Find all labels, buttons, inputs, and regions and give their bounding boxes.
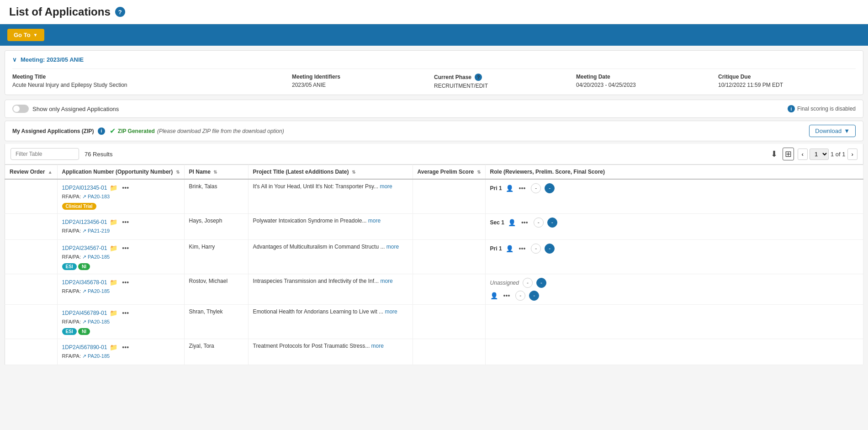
assigned-toggle[interactable]	[12, 105, 29, 113]
cell-pi-name: Shran, Thylek	[184, 305, 248, 339]
prelim-score-btn[interactable]: -	[534, 218, 544, 228]
page-header: List of Applications ?	[0, 0, 868, 24]
more-options-btn[interactable]: •••	[517, 184, 528, 193]
cell-review-order	[5, 274, 58, 305]
next-page-button[interactable]: ›	[847, 149, 857, 160]
meeting-critique-label: Critique Due	[718, 74, 856, 80]
page-select[interactable]: 1	[810, 149, 829, 160]
th-avg-score[interactable]: Average Prelim Score ⇅	[413, 165, 485, 180]
prelim-score-btn[interactable]: -	[531, 183, 541, 193]
download-table-icon[interactable]: ⬇	[769, 148, 779, 160]
rfa-link[interactable]: ↗ PA21-219	[82, 228, 110, 234]
help-icon[interactable]: ?	[115, 7, 125, 17]
badge-esi: ESI	[62, 328, 77, 335]
final-score-btn[interactable]: -	[547, 218, 557, 228]
more-options-btn[interactable]: •••	[517, 244, 528, 253]
cell-avg-score	[413, 179, 485, 214]
results-count: 76 Results	[85, 151, 112, 158]
download-button[interactable]: Download ▼	[809, 125, 856, 137]
phase-help-icon[interactable]: ?	[475, 74, 482, 81]
prelim-score-btn[interactable]: -	[531, 244, 541, 254]
cell-review-order	[5, 214, 58, 240]
meeting-identifiers-field: Meeting Identifiers 2023/05 ANIE	[292, 74, 429, 89]
rfa-link[interactable]: ↗ PA20-185	[82, 288, 110, 294]
folder-icon[interactable]: 📁	[110, 309, 117, 317]
badge-ni: NI	[78, 328, 90, 335]
final-score-btn2[interactable]: -	[529, 291, 539, 301]
app-more-btn[interactable]: •••	[120, 183, 131, 192]
th-review-order: Review Order ▲	[5, 165, 58, 180]
th-pi-name[interactable]: PI Name ⇅	[184, 165, 248, 180]
filter-table-input[interactable]	[11, 148, 79, 160]
project-more-link[interactable]: more	[380, 183, 392, 190]
cell-review-order	[5, 305, 58, 339]
table-row: 1DP2AI012345-01 📁 ••• RFA/PA: ↗ PA20-183…	[5, 179, 863, 214]
th-project-title[interactable]: Project Title (Latest eAdditions Date) ⇅	[248, 165, 413, 180]
cell-pi-name: Hays, Joseph	[184, 214, 248, 240]
meeting-identifiers-value: 2023/05 ANIE	[292, 82, 326, 88]
prelim-score-btn[interactable]: -	[523, 278, 533, 288]
cell-project-title: Emotional Health for Andorians Learning …	[248, 305, 413, 339]
app-more-btn[interactable]: •••	[120, 343, 131, 352]
project-more-link[interactable]: more	[380, 278, 392, 284]
meeting-title-label: Meeting Title	[12, 74, 287, 80]
app-number-value: 1DP2AI012345-01	[62, 185, 107, 191]
collapse-icon: ∨	[12, 56, 17, 63]
cell-app-number: 1DP2AI123456-01 📁 ••• RFA/PA: ↗ PA21-219	[57, 214, 184, 240]
zip-bar: My Assigned Applications (ZIP) i ✔ ZIP G…	[5, 121, 863, 141]
rfa-link[interactable]: ↗ PA20-185	[82, 254, 110, 260]
folder-icon[interactable]: 📁	[110, 279, 117, 286]
rfa-link[interactable]: ↗ PA20-185	[82, 353, 110, 359]
prev-page-button[interactable]: ‹	[798, 149, 808, 160]
folder-icon[interactable]: 📁	[110, 344, 117, 351]
meeting-date-value: 04/20/2023 - 04/25/2023	[576, 82, 636, 88]
cell-role	[485, 339, 863, 365]
project-more-link[interactable]: more	[385, 308, 397, 315]
user-icon: 👤	[490, 292, 498, 299]
table-row: 1DP2AI345678-01 📁 ••• RFA/PA: ↗ PA20-185…	[5, 274, 863, 305]
zip-status: ✔ ZIP Generated (Please download ZIP fil…	[110, 127, 284, 135]
app-number-value: 1DP2AI234567-01	[62, 245, 107, 251]
project-more-link[interactable]: more	[386, 244, 399, 250]
rfa-link[interactable]: ↗ PA20-185	[82, 319, 110, 324]
user-icon: 👤	[506, 185, 513, 192]
folder-icon[interactable]: 📁	[110, 218, 117, 226]
meeting-title-field: Meeting Title Acute Neural Injury and Ep…	[12, 74, 287, 89]
prelim-score-btn2[interactable]: -	[515, 291, 525, 301]
goto-button[interactable]: Go To ▼	[7, 29, 44, 41]
toggle-label: Show only Assigned Applications	[32, 106, 119, 112]
final-scoring-info-icon: i	[788, 105, 795, 112]
pagination: ‹ 1 1 of 1 ›	[798, 149, 857, 160]
meeting-date-label: Meeting Date	[576, 74, 714, 80]
final-score-btn[interactable]: -	[536, 278, 546, 288]
app-more-btn[interactable]: •••	[120, 278, 131, 287]
meeting-grid: Meeting Title Acute Neural Injury and Ep…	[12, 69, 856, 89]
unassigned-label: Unassigned	[490, 280, 519, 286]
final-score-btn[interactable]: -	[545, 244, 555, 254]
folder-icon[interactable]: 📁	[110, 184, 117, 191]
app-more-btn[interactable]: •••	[120, 308, 131, 318]
cell-avg-score	[413, 274, 485, 305]
project-more-link[interactable]: more	[371, 343, 384, 349]
app-more-btn[interactable]: •••	[120, 218, 131, 227]
grid-view-icon[interactable]: ⊞	[783, 148, 794, 160]
project-more-link[interactable]: more	[368, 218, 381, 224]
final-score-btn[interactable]: -	[545, 183, 555, 193]
app-more-btn[interactable]: •••	[120, 244, 131, 253]
check-circle-icon: ✔	[110, 127, 116, 135]
app-number-value: 1DP2AI345678-01	[62, 279, 107, 286]
th-app-number[interactable]: Application Number (Opportunity Number) …	[57, 165, 184, 180]
user-icon: 👤	[508, 219, 516, 226]
meeting-title-value: Acute Neural Injury and Epilepsy Study S…	[12, 82, 127, 88]
meeting-collapse[interactable]: ∨ Meeting: 2023/05 ANIE	[12, 56, 856, 63]
page-title: List of Applications	[9, 5, 111, 18]
table-row: 1DP2AI456789-01 📁 ••• RFA/PA: ↗ PA20-185…	[5, 305, 863, 339]
zip-info-icon[interactable]: i	[98, 127, 105, 135]
more-options-btn[interactable]: •••	[502, 291, 512, 300]
cell-pi-name: Rostov, Michael	[184, 274, 248, 305]
rfa-link[interactable]: ↗ PA20-183	[82, 194, 110, 199]
folder-icon[interactable]: 📁	[110, 244, 117, 252]
toggle-wrap: Show only Assigned Applications	[12, 105, 119, 113]
zip-label: My Assigned Applications (ZIP) i	[12, 127, 105, 135]
more-options-btn[interactable]: •••	[519, 218, 530, 227]
